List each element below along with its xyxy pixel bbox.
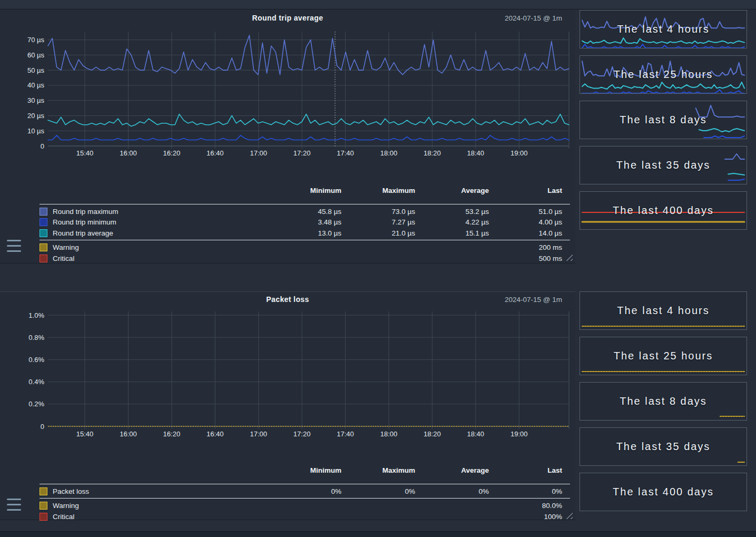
round-trip-panel: Round trip average 2024-07-15 @ 1m 70 µs… (0, 9, 575, 263)
svg-text:18:00: 18:00 (380, 149, 398, 157)
legend-column-header: Minimum (268, 187, 341, 194)
round-trip-title: Round trip average (0, 14, 575, 22)
top-strip (0, 0, 756, 9)
legend-label: Round trip minimum (53, 218, 116, 226)
legend-value: 100% (489, 513, 570, 521)
legend-column-header: Maximum (341, 187, 415, 194)
thumbnail-the-last-35-days[interactable]: The last 35 days (580, 427, 747, 466)
svg-text:16:00: 16:00 (120, 149, 137, 157)
legend-value: 80.0% (489, 502, 570, 510)
legend-swatch-icon (40, 255, 47, 262)
svg-text:50 µs: 50 µs (27, 66, 45, 74)
thumbnail-sparkline (580, 337, 747, 375)
svg-text:17:00: 17:00 (250, 149, 267, 157)
svg-text:17:00: 17:00 (250, 430, 267, 438)
thumbnail-the-last-4-hours[interactable]: The last 4 hours (580, 291, 747, 330)
thumbnail-the-last-400-days[interactable]: The last 400 days (580, 191, 747, 230)
legend-value: 7.27 µs (341, 218, 415, 226)
round-trip-chart[interactable]: 70 µs60 µs50 µs40 µs30 µs20 µs10 µs015:4… (0, 32, 572, 162)
thumbnail-the-last-8-days[interactable]: The last 8 days (580, 382, 747, 421)
dashboard: Round trip average 2024-07-15 @ 1m 70 µs… (0, 0, 756, 537)
legend-row: Critical500 ms (40, 253, 570, 264)
svg-text:17:40: 17:40 (337, 149, 354, 157)
legend-column-header: Last (489, 466, 570, 474)
svg-text:16:20: 16:20 (163, 430, 181, 438)
legend-row: Critical100% (40, 511, 570, 522)
svg-text:17:40: 17:40 (337, 430, 354, 438)
legend-value: 15.1 µs (415, 229, 489, 237)
legend-value: 45.8 µs (268, 208, 341, 216)
svg-text:17:20: 17:20 (293, 149, 311, 157)
svg-text:60 µs: 60 µs (27, 51, 45, 59)
legend-value: 73.0 µs (341, 208, 415, 216)
legend-column-header: Average (415, 466, 489, 474)
svg-text:70 µs: 70 µs (27, 36, 45, 44)
menu-icon[interactable] (7, 499, 22, 512)
svg-text:16:40: 16:40 (207, 430, 224, 438)
legend-label: Warning (53, 502, 79, 510)
thumbnail-the-last-8-days[interactable]: The last 8 days (580, 101, 747, 139)
legend-row[interactable]: Round trip maximum45.8 µs73.0 µs53.2 µs5… (40, 206, 570, 217)
svg-text:16:40: 16:40 (207, 149, 224, 157)
svg-text:17:20: 17:20 (293, 430, 311, 438)
legend-header: MinimumMaximumAverageLast (40, 185, 570, 204)
legend-value: 500 ms (489, 255, 570, 262)
svg-text:18:00: 18:00 (380, 430, 398, 438)
legend-label: Packet loss (53, 487, 89, 495)
svg-text:0.8%: 0.8% (28, 334, 44, 341)
legend-header: MinimumMaximumAverageLast (40, 465, 570, 484)
packet-loss-legend: MinimumMaximumAverageLastPacket loss0%0%… (40, 465, 570, 522)
legend-label: Round trip average (53, 229, 113, 237)
legend-value: 51.0 µs (489, 208, 570, 216)
legend-row[interactable]: Round trip minimum3.48 µs7.27 µs4.22 µs4… (40, 217, 570, 228)
svg-text:1.0%: 1.0% (28, 311, 44, 319)
svg-text:20 µs: 20 µs (27, 112, 45, 120)
legend-value: 53.2 µs (415, 208, 489, 216)
svg-text:15:40: 15:40 (76, 430, 94, 438)
packet-loss-title: Packet loss (0, 295, 575, 304)
legend-label: Round trip maximum (53, 208, 119, 216)
legend-row[interactable]: Packet loss0%0%0%0% (40, 486, 570, 497)
legend-label: Warning (53, 243, 79, 251)
packet-loss-chart[interactable]: 1.0%0.8%0.6%0.4%0.2%015:4016:0016:2016:4… (0, 309, 572, 441)
round-trip-legend: MinimumMaximumAverageLastRound trip maxi… (40, 185, 570, 264)
legend-swatch-icon (40, 502, 47, 510)
svg-text:40 µs: 40 µs (27, 81, 45, 89)
svg-text:19:00: 19:00 (510, 149, 528, 157)
legend-value: 0% (268, 487, 341, 495)
legend-label: Critical (53, 513, 74, 521)
legend-row: Warning80.0% (40, 501, 570, 512)
svg-text:30 µs: 30 µs (27, 96, 45, 104)
legend-swatch-icon (40, 243, 47, 251)
legend-value: 0% (415, 487, 489, 495)
thumbnail-the-last-25-hours[interactable]: The last 25 hours (580, 337, 747, 375)
legend-column-header: Minimum (268, 466, 341, 474)
thumbnail-sparkline (580, 101, 747, 139)
legend-row: Warning200 ms (40, 242, 570, 253)
svg-text:19:00: 19:00 (510, 430, 528, 438)
thumbnail-sparkline (580, 56, 747, 93)
thumbnail-sparkline (580, 147, 747, 184)
legend-row[interactable]: Round trip average13.0 µs21.0 µs15.1 µs1… (40, 228, 570, 239)
legend-label: Critical (53, 255, 74, 262)
legend-swatch-icon (40, 513, 47, 521)
legend-value: 4.22 µs (415, 218, 489, 226)
svg-text:0: 0 (41, 142, 44, 150)
svg-text:10 µs: 10 µs (27, 127, 45, 135)
menu-icon[interactable] (7, 240, 22, 253)
thumbnail-sparkline (580, 383, 747, 420)
svg-text:0.4%: 0.4% (28, 378, 44, 386)
svg-text:0.2%: 0.2% (28, 400, 44, 408)
legend-swatch-icon (40, 487, 47, 495)
thumbnail-sparkline (580, 292, 747, 329)
thumbnail-the-last-400-days[interactable]: The last 400 days (580, 473, 747, 511)
thumbnail-the-last-35-days[interactable]: The last 35 days (580, 146, 747, 184)
legend-value: 0% (489, 487, 570, 495)
legend-column-header: Last (489, 187, 570, 194)
thumbnail-the-last-25-hours[interactable]: The last 25 hours (580, 55, 747, 94)
thumbnail-sparkline (580, 192, 747, 229)
legend-value: 13.0 µs (268, 229, 341, 237)
legend-swatch-icon (40, 229, 47, 237)
svg-text:18:20: 18:20 (424, 149, 441, 157)
thumbnail-the-last-4-hours[interactable]: The last 4 hours (580, 10, 747, 48)
